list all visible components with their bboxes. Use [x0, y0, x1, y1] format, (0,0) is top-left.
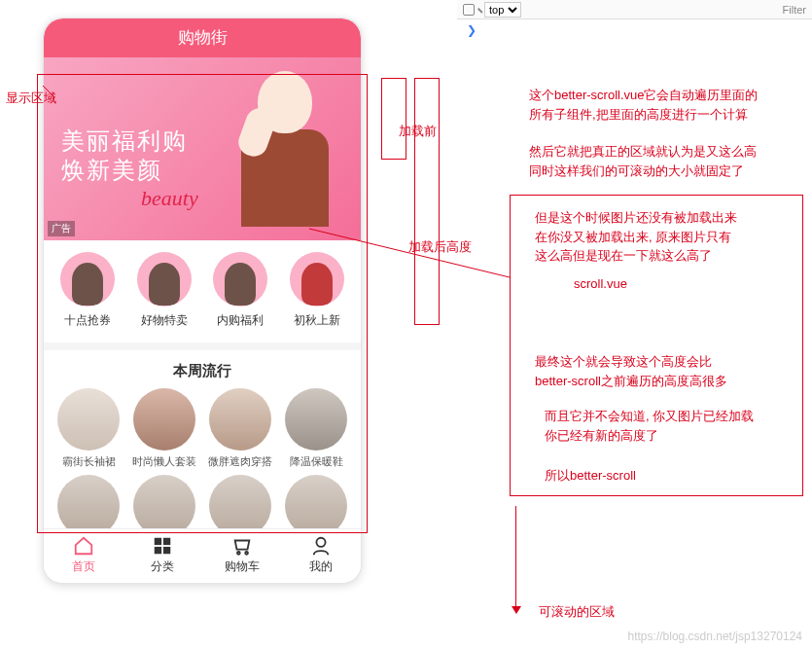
arrow-scrollable: [515, 506, 516, 613]
svg-rect-3: [163, 547, 170, 554]
red-box-display-area: [37, 74, 368, 533]
tab-category[interactable]: 分类: [124, 529, 203, 583]
svg-rect-1: [163, 538, 170, 545]
tab-label: 我的: [309, 559, 333, 573]
svg-rect-0: [155, 538, 161, 545]
tab-cart[interactable]: 购物车: [202, 529, 282, 583]
red-box-after-load-1: [414, 78, 440, 325]
tab-label: 分类: [151, 559, 174, 573]
profile-icon: [310, 535, 332, 557]
anno-note3: 但是这个时候图片还没有被加载出来 在你没又被加载出来, 原来图片只有 这么高但是…: [535, 208, 737, 266]
svg-point-6: [317, 538, 326, 547]
watermark: https://blog.csdn.net/jsp13270124: [628, 630, 802, 643]
console-prompt-caret[interactable]: ❯: [467, 23, 477, 37]
anno-note5: 而且它并不会知道, 你又图片已经加载 你已经有新的高度了: [545, 407, 754, 445]
anno-before-load: 加载前: [399, 123, 437, 140]
devtools-toolbar: top Filter: [457, 0, 812, 19]
tab-profile[interactable]: 我的: [282, 529, 362, 583]
anno-after-load-height: 加载后高度: [408, 238, 472, 256]
tab-label: 购物车: [225, 559, 260, 573]
anno-note1: 这个better-scroll.vue它会自动遍历里面的 所有子组件,把里面的高…: [529, 86, 758, 124]
clear-console-icon[interactable]: [463, 4, 475, 16]
app-header: 购物街: [44, 18, 361, 57]
svg-point-4: [237, 552, 240, 555]
tab-home[interactable]: 首页: [44, 529, 124, 583]
header-title: 购物街: [178, 28, 228, 47]
cart-icon: [231, 535, 253, 557]
anno-scrollable-area: 可滚动的区域: [539, 603, 615, 621]
svg-point-5: [245, 552, 248, 555]
tab-bar: 首页 分类 购物车 我的: [44, 528, 361, 583]
anno-note4: 最终这个就会导致这个高度会比 better-scroll之前遍历的高度高很多: [535, 352, 727, 390]
category-icon: [152, 535, 173, 557]
anno-note2: 然后它就把真正的区域就认为是又这么高 同时这样我们的可滚动的大小就固定了: [529, 142, 757, 180]
svg-rect-2: [155, 547, 161, 554]
tab-label: 首页: [72, 559, 95, 573]
filter-label: Filter: [783, 4, 806, 16]
red-box-before-load-1: [381, 78, 406, 160]
anno-note6: 所以better-scroll: [545, 467, 636, 485]
home-icon: [73, 535, 94, 557]
context-select[interactable]: top: [484, 2, 521, 18]
anno-scroll-vue: scroll.vue: [574, 276, 627, 291]
